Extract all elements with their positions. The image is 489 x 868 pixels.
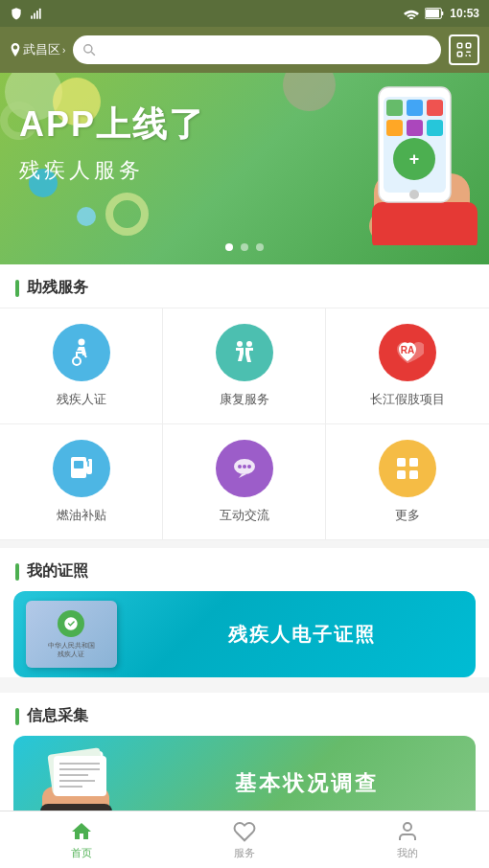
fuel-pump-icon bbox=[67, 453, 96, 484]
search-bar[interactable] bbox=[73, 35, 441, 64]
svg-rect-45 bbox=[397, 470, 406, 479]
svg-rect-46 bbox=[409, 470, 418, 479]
svg-rect-52 bbox=[54, 756, 106, 796]
cert-card-image: 中华人民共和国 残疾人证 bbox=[26, 601, 117, 668]
search-icon bbox=[82, 43, 96, 57]
svg-rect-6 bbox=[442, 11, 444, 15]
svg-rect-9 bbox=[457, 43, 462, 48]
survey-section-header: 信息采集 bbox=[0, 693, 489, 736]
status-left-icons bbox=[10, 7, 44, 20]
scan-button[interactable] bbox=[449, 34, 479, 65]
svg-rect-10 bbox=[466, 43, 471, 48]
service-item-more[interactable]: 更多 bbox=[326, 424, 489, 540]
yangtze-icon: RA bbox=[379, 324, 436, 381]
status-right-icons: 10:53 bbox=[404, 7, 479, 20]
battery-icon bbox=[425, 8, 444, 19]
svg-rect-23 bbox=[386, 120, 403, 136]
banner-text: APP上线了 残疾人服务 bbox=[19, 102, 205, 185]
service-item-yangtze[interactable]: RA 长江假肢项目 bbox=[326, 308, 489, 424]
emblem-icon bbox=[63, 616, 79, 631]
certificate-section-header: 我的证照 bbox=[0, 548, 489, 591]
disability-card-label: 残疾人证 bbox=[57, 391, 106, 408]
survey-indicator bbox=[15, 708, 19, 725]
dot-1 bbox=[225, 243, 233, 251]
service-nav-icon bbox=[233, 820, 256, 843]
status-time: 10:53 bbox=[450, 7, 479, 20]
content-wrapper: APP上线了 残疾人服务 bbox=[0, 73, 489, 868]
interaction-icon bbox=[216, 440, 273, 497]
banner-title: APP上线了 bbox=[19, 102, 205, 148]
svg-point-31 bbox=[237, 341, 243, 347]
status-bar: 10:53 bbox=[0, 0, 489, 27]
svg-point-40 bbox=[238, 465, 242, 468]
certificate-section: 我的证照 中华人民共和国 残疾人证 残疾人电子证照 bbox=[0, 548, 489, 677]
svg-text:+: + bbox=[409, 149, 420, 169]
more-icon bbox=[379, 440, 436, 497]
phone-hand-svg: + bbox=[326, 78, 479, 245]
svg-rect-44 bbox=[409, 458, 418, 467]
svg-point-29 bbox=[78, 339, 84, 346]
services-section: 助残服务 残疾人证 bbox=[0, 264, 489, 540]
cert-line1: 中华人民共和国 bbox=[48, 641, 95, 650]
banner: APP上线了 残疾人服务 bbox=[0, 73, 489, 264]
cert-card-label: 残疾人电子证照 bbox=[128, 622, 476, 648]
svg-rect-0 bbox=[31, 15, 33, 19]
services-section-header: 助残服务 bbox=[0, 264, 489, 308]
location-display[interactable]: 武昌区 › bbox=[10, 41, 65, 58]
nav-item-home[interactable]: 首页 bbox=[0, 811, 163, 868]
heart-hand-icon: RA bbox=[391, 336, 424, 369]
yangtze-label: 长江假肢项目 bbox=[370, 391, 445, 408]
location-icon bbox=[10, 43, 21, 57]
svg-rect-25 bbox=[427, 120, 443, 136]
svg-rect-35 bbox=[74, 461, 83, 468]
nav-service-label: 服务 bbox=[234, 846, 255, 860]
svg-rect-3 bbox=[39, 9, 41, 19]
svg-point-7 bbox=[84, 45, 92, 53]
nav-item-service[interactable]: 服务 bbox=[163, 811, 326, 868]
rehab-icon bbox=[216, 324, 273, 381]
svg-rect-21 bbox=[407, 100, 423, 116]
header: 武昌区 › bbox=[0, 27, 489, 73]
survey-card-label: 基本状况调查 bbox=[138, 769, 476, 798]
nav-home-label: 首页 bbox=[71, 846, 92, 860]
svg-rect-20 bbox=[386, 100, 403, 116]
svg-rect-5 bbox=[426, 10, 439, 18]
grid-icon bbox=[392, 453, 423, 484]
svg-rect-1 bbox=[34, 12, 35, 18]
svg-point-28 bbox=[409, 190, 419, 199]
svg-rect-43 bbox=[397, 458, 406, 467]
service-item-interaction[interactable]: 互动交流 bbox=[163, 424, 326, 540]
svg-rect-22 bbox=[427, 100, 443, 116]
banner-dots bbox=[225, 243, 264, 251]
more-label: 更多 bbox=[395, 507, 420, 524]
svg-rect-36 bbox=[86, 461, 92, 474]
banner-subtitle: 残疾人服务 bbox=[19, 156, 205, 185]
svg-line-8 bbox=[92, 52, 96, 56]
service-item-disability-card[interactable]: 残疾人证 bbox=[0, 308, 163, 424]
cert-emblem bbox=[58, 610, 84, 637]
nav-profile-label: 我的 bbox=[397, 846, 418, 860]
rehab-label: 康复服务 bbox=[220, 391, 269, 408]
signal-icon bbox=[29, 7, 44, 20]
dot-2 bbox=[241, 243, 248, 251]
survey-title: 信息采集 bbox=[27, 706, 88, 726]
interaction-label: 互动交流 bbox=[220, 507, 269, 524]
certificate-card[interactable]: 中华人民共和国 残疾人证 残疾人电子证照 bbox=[13, 591, 476, 677]
location-chevron: › bbox=[62, 45, 65, 56]
service-item-rehab[interactable]: 康复服务 bbox=[163, 308, 326, 424]
svg-point-32 bbox=[246, 341, 252, 347]
deco-circle-5 bbox=[77, 207, 96, 226]
services-indicator bbox=[15, 280, 19, 297]
fuel-label: 燃油补贴 bbox=[57, 507, 106, 524]
chat-bubble-icon bbox=[229, 453, 260, 484]
nav-item-profile[interactable]: 我的 bbox=[326, 811, 489, 868]
services-title: 助残服务 bbox=[27, 278, 88, 298]
svg-point-30 bbox=[73, 357, 81, 365]
svg-point-41 bbox=[243, 465, 246, 468]
disability-card-icon bbox=[53, 324, 110, 381]
cert-line2: 残疾人证 bbox=[48, 650, 95, 658]
service-item-fuel[interactable]: 燃油补贴 bbox=[0, 424, 163, 540]
wifi-icon bbox=[404, 8, 419, 19]
wheelchair-icon bbox=[66, 337, 97, 368]
svg-line-14 bbox=[469, 55, 471, 57]
